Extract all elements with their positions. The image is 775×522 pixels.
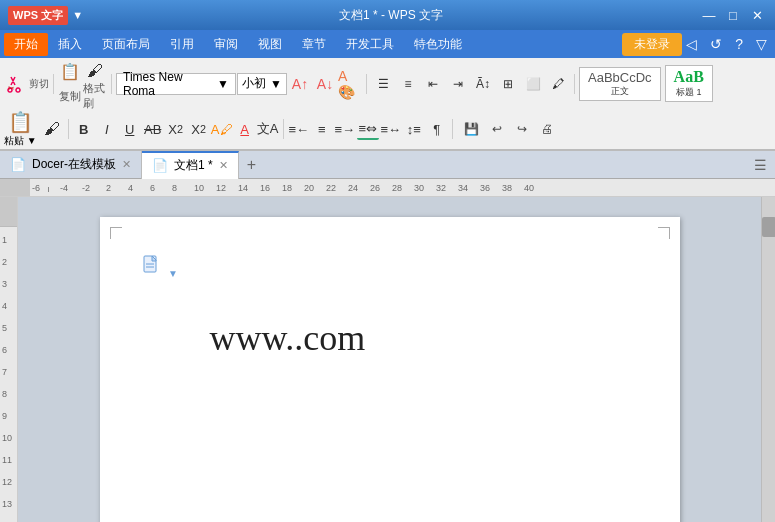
sort-button[interactable]: Ã↕: [471, 72, 495, 96]
tabbar: 📄 Docer-在线模板 ✕ 📄 文档1 * ✕ + ☰: [0, 151, 775, 179]
menu-item-references[interactable]: 引用: [160, 33, 204, 56]
distributed-button[interactable]: ≡↔: [380, 118, 402, 140]
style-normal-button[interactable]: AaBbCcDc 正文: [579, 67, 661, 101]
vruler-4: 4: [2, 301, 7, 311]
minimize-button[interactable]: —: [699, 6, 719, 24]
subscript-button[interactable]: X2: [188, 118, 210, 140]
maximize-button[interactable]: □: [723, 6, 743, 24]
doc-dropdown-icon[interactable]: ▼: [168, 268, 178, 279]
tab-docer-close[interactable]: ✕: [122, 158, 131, 171]
bullets-button[interactable]: ☰: [371, 72, 395, 96]
cut-label: 剪切: [29, 77, 49, 91]
refresh-icon[interactable]: ↺: [706, 34, 726, 54]
paste-button[interactable]: 📋: [58, 59, 82, 83]
tab-options-button[interactable]: ☰: [746, 157, 775, 173]
undo-button[interactable]: ↩: [486, 118, 508, 140]
titlebar: WPS 文字 ▼ 文档1 * - WPS 文字 — □ ✕: [0, 0, 775, 30]
document-content[interactable]: www..com: [210, 317, 630, 359]
page-area: ▼ www..com: [18, 197, 761, 522]
ruler-mark-32: 32: [436, 183, 446, 193]
font-name-display: Times New Roma: [123, 70, 217, 98]
align-center-button[interactable]: ≡: [311, 118, 333, 140]
ruler-mark-40: 40: [524, 183, 534, 193]
ruler-mark-neg2: -2: [82, 183, 90, 193]
sep7: [452, 119, 453, 139]
menu-item-insert[interactable]: 插入: [48, 33, 92, 56]
menu-item-start[interactable]: 开始: [4, 33, 48, 56]
vruler-3: 3: [2, 279, 7, 289]
indent-decrease-button[interactable]: ⇤: [421, 72, 445, 96]
menu-item-chapter[interactable]: 章节: [292, 33, 336, 56]
cut-button[interactable]: ✂: [4, 72, 28, 96]
tab-doc1[interactable]: 📄 文档1 * ✕: [142, 151, 239, 179]
titlebar-title: 文档1 * - WPS 文字: [339, 7, 443, 24]
wps-logo[interactable]: WPS 文字: [8, 6, 68, 25]
shading-button[interactable]: 🖍: [546, 72, 570, 96]
document-text: www..com: [210, 318, 366, 358]
underline-button[interactable]: U: [119, 118, 141, 140]
menu-item-view[interactable]: 视图: [248, 33, 292, 56]
tab-doc1-close[interactable]: ✕: [219, 159, 228, 172]
indent-increase-button[interactable]: ⇥: [446, 72, 470, 96]
paragraph-mark-button[interactable]: ¶: [426, 118, 448, 140]
bold-button[interactable]: B: [73, 118, 95, 140]
login-button[interactable]: 未登录: [622, 33, 682, 56]
strikethrough-button[interactable]: AB: [142, 118, 164, 140]
format-paint-button[interactable]: 🖌: [83, 59, 107, 83]
paste-big-button[interactable]: 📋 粘贴 ▼: [4, 110, 37, 148]
font-size-decrease-button[interactable]: A↓: [313, 72, 337, 96]
help-icon[interactable]: ?: [731, 34, 747, 54]
superscript-button[interactable]: X2: [165, 118, 187, 140]
sep1: [53, 74, 54, 94]
print-button[interactable]: 🖨: [536, 118, 558, 140]
menu-item-special[interactable]: 特色功能: [404, 33, 472, 56]
redo-button[interactable]: ↪: [511, 118, 533, 140]
line-spacing-button[interactable]: ↕≡: [403, 118, 425, 140]
vertical-ruler: 1 2 3 4 5 6 7 8 9 10 11 12 13 14: [0, 197, 18, 522]
highlight-button[interactable]: A🖊: [211, 118, 233, 140]
save-button[interactable]: 💾: [461, 118, 483, 140]
style-heading1-button[interactable]: AaB 标题 1: [665, 65, 713, 102]
expand-icon[interactable]: ▽: [752, 34, 771, 54]
char-spacing-button[interactable]: 文A: [257, 118, 279, 140]
menu-item-layout[interactable]: 页面布局: [92, 33, 160, 56]
border-button[interactable]: ⬜: [521, 72, 545, 96]
ruler-mark-4: 4: [128, 183, 133, 193]
copy-button[interactable]: 复制: [58, 84, 82, 108]
menu-item-review[interactable]: 审阅: [204, 33, 248, 56]
font-size-increase-button[interactable]: A↑: [288, 72, 312, 96]
font-dropdown-icon: ▼: [217, 77, 229, 91]
format-brush-button[interactable]: 🖌: [40, 117, 64, 141]
font-color2-button[interactable]: A: [234, 118, 256, 140]
ruler-mark-14: 14: [238, 183, 248, 193]
menu-item-devtools[interactable]: 开发工具: [336, 33, 404, 56]
tab-docer[interactable]: 📄 Docer-在线模板 ✕: [0, 151, 142, 179]
font-name-selector[interactable]: Times New Roma ▼: [116, 73, 236, 95]
align-right-button[interactable]: ≡→: [334, 118, 356, 140]
tab-add-button[interactable]: +: [239, 156, 264, 174]
sep5: [68, 119, 69, 139]
tab-docer-label: Docer-在线模板: [32, 156, 116, 173]
scrollbar-thumb[interactable]: [762, 217, 775, 237]
sep2: [111, 74, 112, 94]
document-page: ▼ www..com: [100, 217, 680, 522]
ruler-mark-8: 8: [172, 183, 177, 193]
ruler-mark-26: 26: [370, 183, 380, 193]
ruler-mark-10: 10: [194, 183, 204, 193]
vertical-scrollbar[interactable]: [761, 197, 775, 522]
ruler-mark-38: 38: [502, 183, 512, 193]
font-color-button[interactable]: A🎨: [338, 72, 362, 96]
table-button[interactable]: ⊞: [496, 72, 520, 96]
align-left-button[interactable]: ≡←: [288, 118, 310, 140]
numbering-button[interactable]: ≡: [396, 72, 420, 96]
close-button[interactable]: ✕: [747, 6, 767, 24]
font-size-selector[interactable]: 小初 ▼: [237, 73, 287, 95]
ruler-mark-36: 36: [480, 183, 490, 193]
sep4: [574, 74, 575, 94]
italic-button[interactable]: I: [96, 118, 118, 140]
menubar: 开始 插入 页面布局 引用 审阅 视图 章节 开发工具 特色功能 未登录 ◁ ↺…: [0, 30, 775, 58]
sep3: [366, 74, 367, 94]
align-justify-button[interactable]: ≡⇔: [357, 118, 379, 140]
vruler-10: 10: [2, 433, 12, 443]
back-icon[interactable]: ◁: [682, 34, 701, 54]
